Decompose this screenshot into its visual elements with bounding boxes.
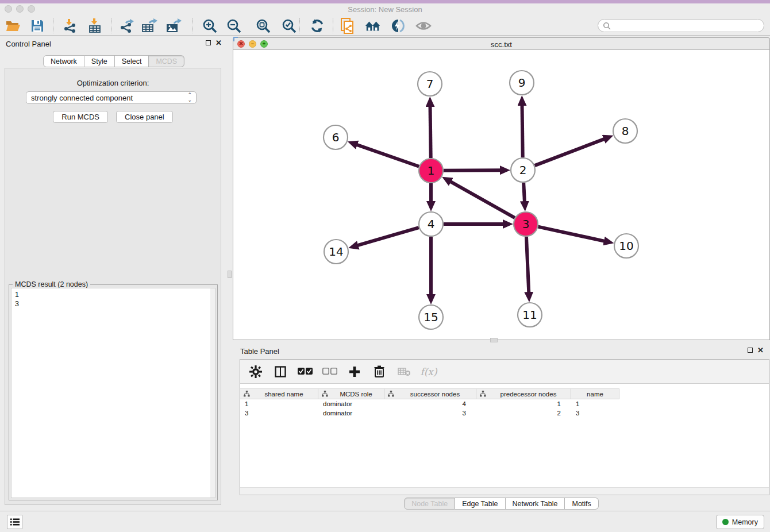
close-panel-button[interactable]: Close panel <box>116 111 173 123</box>
table-row[interactable]: 1dominator411 <box>240 399 769 408</box>
tab-network-table[interactable]: Network Table <box>506 498 565 510</box>
zoom-selected-icon[interactable] <box>281 18 297 34</box>
table-toolbar: f(x) <box>240 360 769 384</box>
add-column-icon[interactable] <box>347 364 362 379</box>
node-label-3: 3 <box>522 217 530 231</box>
mcds-result-group: MCDS result (2 nodes) 1 3 <box>9 284 218 500</box>
save-session-icon[interactable] <box>29 18 45 34</box>
edge-2-3[interactable] <box>523 183 525 203</box>
mcds-result-textarea[interactable]: 1 3 <box>11 288 215 498</box>
cell-successor-nodes[interactable]: 4 <box>384 399 476 408</box>
edge-1-2[interactable] <box>444 170 502 171</box>
edge-2-8[interactable] <box>535 138 606 165</box>
delete-table-icon[interactable] <box>396 364 411 379</box>
node-label-8: 8 <box>622 124 629 138</box>
cell-MCDS-role[interactable]: dominator <box>318 399 384 408</box>
search-field[interactable] <box>598 19 764 32</box>
cell-name[interactable]: 1 <box>571 399 619 408</box>
edge-3-1[interactable] <box>449 181 514 218</box>
deselect-all-checkboxes-icon[interactable] <box>322 364 337 379</box>
delete-column-icon[interactable] <box>372 364 387 379</box>
close-panel-icon[interactable]: ✕ <box>215 40 222 46</box>
import-network-icon[interactable] <box>62 18 78 34</box>
node-label-10: 10 <box>619 239 633 253</box>
edge-3-11[interactable] <box>526 237 529 294</box>
toolbar-separator <box>299 18 300 33</box>
table-row[interactable]: 3dominator323 <box>240 408 769 418</box>
main-toolbar <box>0 16 770 36</box>
node-label-15: 15 <box>424 310 438 324</box>
tab-node-table[interactable]: Node Table <box>404 498 455 510</box>
settings-gear-icon[interactable] <box>248 364 263 379</box>
cell-MCDS-role[interactable]: dominator <box>318 408 384 418</box>
import-table-icon[interactable] <box>87 18 103 34</box>
panel-divider-handle[interactable] <box>228 271 232 278</box>
app-title: Session: New Session <box>0 5 770 14</box>
memory-button[interactable]: Memory <box>716 515 764 529</box>
column-type-icon <box>322 391 328 397</box>
cell-successor-nodes[interactable]: 3 <box>384 408 476 418</box>
cell-predecessor-nodes[interactable]: 2 <box>476 408 571 418</box>
select-all-checkboxes-icon[interactable] <box>298 364 313 379</box>
node-table-container: f(x) shared nameMCDS rolesuccessor nodes… <box>240 359 769 495</box>
tab-network[interactable]: Network <box>43 55 84 67</box>
export-image-icon[interactable] <box>165 18 182 34</box>
search-input[interactable] <box>611 22 764 30</box>
network-window-titlebar[interactable]: ✕ − + scc.txt <box>233 37 770 50</box>
tab-select[interactable]: Select <box>115 55 149 67</box>
table-body: 1dominator4113dominator323 <box>240 399 769 418</box>
edge-3-10[interactable] <box>538 227 606 242</box>
run-mcds-button[interactable]: Run MCDS <box>53 111 108 123</box>
network-graph[interactable]: 7968124314101511 <box>233 50 769 340</box>
column-type-icon <box>480 391 486 397</box>
column-header-successor-nodes[interactable]: successor nodes <box>384 388 476 399</box>
edge-2-9[interactable] <box>522 103 522 157</box>
column-header-MCDS-role[interactable]: MCDS role <box>318 388 384 399</box>
tab-mcds[interactable]: MCDS <box>149 55 184 67</box>
export-network-icon[interactable] <box>118 18 134 34</box>
edge-1-6[interactable] <box>355 144 419 167</box>
zoom-out-icon[interactable] <box>226 18 242 34</box>
open-file-icon[interactable] <box>5 18 21 34</box>
edge-1-7[interactable] <box>430 105 430 158</box>
memory-label: Memory <box>732 518 758 526</box>
control-panel: Control Panel ✕ NetworkStyleSelectMCDS O… <box>0 36 226 511</box>
float-panel-icon[interactable] <box>206 40 211 45</box>
control-panel-header: Control Panel ✕ <box>0 36 226 51</box>
export-table-icon[interactable] <box>141 18 157 34</box>
node-label-2: 2 <box>519 163 527 177</box>
float-table-panel-icon[interactable] <box>748 348 753 353</box>
refresh-layout-icon[interactable] <box>309 18 325 34</box>
flash-view-icon[interactable] <box>390 18 406 34</box>
node-label-14: 14 <box>329 245 343 259</box>
cell-shared-name[interactable]: 1 <box>240 399 318 408</box>
toolbar-separator <box>111 18 111 33</box>
zoom-fit-icon[interactable] <box>255 18 271 34</box>
zoom-in-icon[interactable] <box>202 18 218 34</box>
eye-view-icon[interactable] <box>415 18 432 34</box>
tab-style[interactable]: Style <box>84 55 115 67</box>
tab-motifs[interactable]: Motifs <box>565 498 598 510</box>
edge-4-14[interactable] <box>356 228 419 246</box>
close-table-panel-icon[interactable]: ✕ <box>757 347 764 353</box>
cell-name[interactable]: 3 <box>571 408 619 418</box>
split-resize-handle[interactable] <box>490 338 498 342</box>
tab-edge-table[interactable]: Edge Table <box>455 498 505 510</box>
task-history-button[interactable] <box>7 515 22 529</box>
column-header-predecessor-nodes[interactable]: predecessor nodes <box>476 388 571 399</box>
cell-predecessor-nodes[interactable]: 1 <box>476 399 571 408</box>
network-file-icon[interactable] <box>340 18 356 34</box>
cell-shared-name[interactable]: 3 <box>240 408 318 418</box>
table-scrollbar[interactable] <box>240 487 769 495</box>
home-overview-icon[interactable] <box>365 18 381 34</box>
network-canvas[interactable]: 7968124314101511 <box>233 50 770 340</box>
column-header-shared-name[interactable]: shared name <box>240 388 318 399</box>
column-header-name[interactable]: name <box>571 388 619 399</box>
result-scrollbar[interactable] <box>210 288 215 498</box>
table-panel-title: Table Panel <box>240 347 279 356</box>
function-builder-icon[interactable]: f(x) <box>421 364 436 379</box>
node-label-11: 11 <box>522 308 537 322</box>
column-type-icon <box>388 391 394 397</box>
optimization-criterion-dropdown[interactable]: strongly connected component ⌃⌄ <box>26 91 197 104</box>
split-columns-icon[interactable] <box>273 364 288 379</box>
